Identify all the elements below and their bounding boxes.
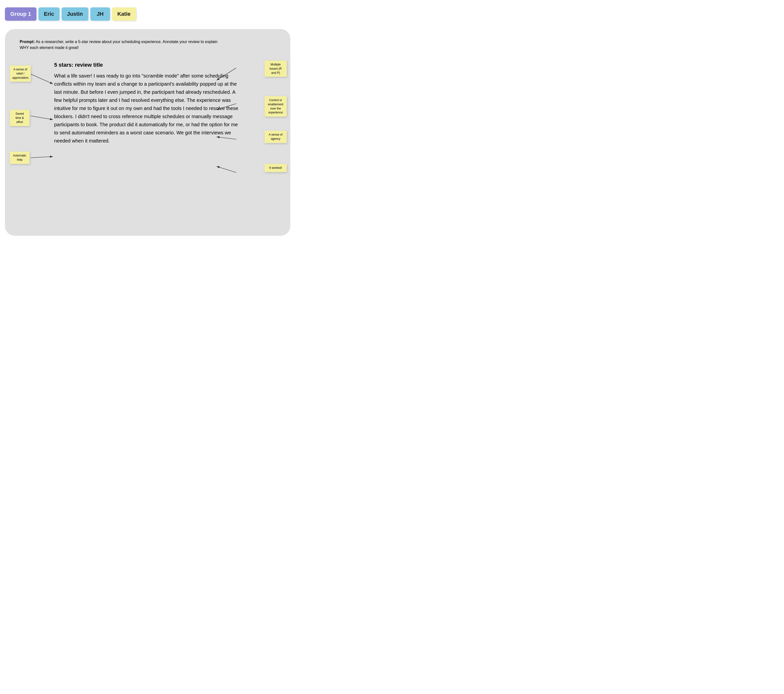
tabs-row: Group 1 Eric Justin JH Katie	[5, 5, 290, 23]
main-card: Prompt: As a researcher, write a 5-star …	[5, 29, 290, 236]
content-area: A sense of relief / appreciation. Saved …	[44, 61, 251, 145]
page-container: Group 1 Eric Justin JH Katie Prompt: As …	[5, 5, 290, 236]
svg-line-2	[31, 157, 53, 158]
tab-jh[interactable]: JH	[90, 7, 110, 21]
tab-group1[interactable]: Group 1	[5, 7, 36, 21]
sticky-relief: A sense of relief / appreciation.	[10, 66, 31, 82]
review-text: 5 stars: review title What a life saver!…	[54, 61, 241, 145]
tab-justin[interactable]: Justin	[61, 7, 88, 21]
sticky-control: Control or enablement over the experienc…	[265, 96, 287, 117]
sticky-saved-time: Saved time & effort	[10, 110, 30, 126]
prompt-text: As a researcher, write a 5-star review a…	[20, 40, 217, 50]
review-body: What a life saver! I was ready to go int…	[54, 72, 241, 145]
prompt-label: Prompt:	[20, 40, 35, 44]
sticky-multiple-issues: Multiple issues (R and P)	[265, 61, 287, 77]
sticky-sense-of-agency: A sense of agency	[265, 131, 287, 143]
review-title: 5 stars: review title	[54, 61, 241, 69]
svg-line-0	[31, 74, 53, 84]
tab-katie[interactable]: Katie	[112, 7, 136, 21]
svg-line-1	[31, 116, 53, 120]
prompt-section: Prompt: As a researcher, write a 5-star …	[20, 39, 221, 51]
sticky-automatic-help: Automatic help	[10, 152, 30, 164]
tab-eric[interactable]: Eric	[38, 7, 59, 21]
sticky-it-worked: It worked!	[265, 164, 287, 172]
svg-line-6	[217, 166, 236, 173]
